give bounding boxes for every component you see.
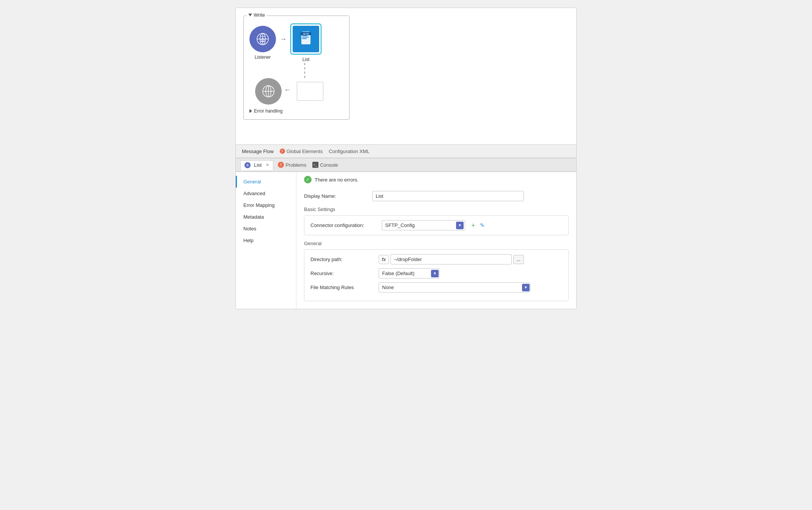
status-bar: ✓ There are no errors. — [304, 172, 569, 187]
gray-icon-circle — [255, 78, 282, 105]
file-matching-select[interactable]: None — [379, 282, 530, 293]
file-matching-label: File Matching Rules — [310, 285, 379, 290]
tab-list[interactable]: S List ✕ — [240, 160, 273, 170]
tab-message-flow[interactable]: Message Flow — [240, 149, 275, 154]
directory-path-input[interactable] — [390, 254, 512, 264]
display-name-input[interactable] — [372, 191, 524, 201]
connector-config-label: Connector configuration: — [310, 222, 379, 228]
connector-row: Connector configuration: SFTP_Config ▼ +… — [310, 220, 562, 230]
sidebar-general-label: General — [243, 179, 261, 185]
collapse-icon[interactable] — [248, 14, 252, 16]
list-node[interactable]: SFTP SFTP List — [290, 23, 321, 62]
tab-global-elements-label: Global Elements — [287, 149, 323, 154]
write-group-title: Write — [247, 12, 266, 18]
sidebar-item-notes[interactable]: Notes — [236, 223, 296, 235]
svg-text:SFTP: SFTP — [303, 33, 309, 35]
sidebar-help-label: Help — [243, 238, 254, 243]
dashed-box — [297, 82, 323, 101]
tab-problems-label: Problems — [285, 162, 306, 168]
sidebar-item-metadata[interactable]: Metadata — [236, 211, 296, 223]
gray-globe-svg — [262, 84, 275, 98]
arrow-left-icon: ← — [284, 86, 291, 94]
sidebar-item-general[interactable]: General — [236, 176, 296, 188]
tab-problems[interactable]: ! Problems — [276, 162, 308, 168]
tab-console-label: Console — [320, 162, 338, 168]
second-row: ← — [255, 78, 343, 105]
recursive-row: Recursive: False (Default) True ▼ — [310, 268, 562, 278]
triangle-right-icon — [249, 109, 252, 113]
sidebar-notes-label: Notes — [243, 226, 256, 232]
write-group: Write — [243, 16, 350, 120]
gray-node[interactable] — [255, 78, 282, 105]
connector-select-wrapper: SFTP_Config ▼ — [382, 220, 465, 230]
status-message: There are no errors. — [315, 177, 359, 183]
sftp-list-svg: SFTP SFTP — [298, 31, 314, 47]
dashed-v-line — [291, 63, 305, 78]
main-window: Write — [235, 8, 577, 309]
connector-lines — [249, 63, 343, 78]
list-tab-close[interactable]: ✕ — [266, 163, 269, 167]
canvas-area: Write — [236, 8, 576, 144]
recursive-select-wrapper: False (Default) True ▼ — [379, 268, 439, 278]
general-section-title: General — [304, 241, 569, 246]
fx-button[interactable]: fx — [379, 255, 389, 264]
arrow-right-icon: → — [280, 35, 287, 43]
bottom-panel: General Advanced Error Mapping Metadata … — [236, 172, 576, 309]
recursive-label: Recursive: — [310, 271, 379, 276]
display-name-label: Display Name: — [304, 193, 372, 199]
sidebar-error-mapping-label: Error Mapping — [243, 202, 274, 208]
sidebar-item-error-mapping[interactable]: Error Mapping — [236, 199, 296, 211]
tab-console[interactable]: >_ Console — [311, 162, 340, 168]
directory-path-label: Directory path: — [310, 257, 379, 262]
listener-label: Listener — [255, 55, 271, 60]
basic-settings-box: Connector configuration: SFTP_Config ▼ +… — [304, 215, 569, 235]
global-elements-error-icon: ! — [280, 149, 285, 154]
listener-node[interactable]: Listener — [249, 26, 276, 60]
add-config-button[interactable]: + — [471, 222, 475, 229]
nodes-row: Listener → SFTP — [249, 23, 343, 62]
general-section: Directory path: fx ... Recursive: False … — [304, 249, 569, 301]
tab-message-flow-label: Message Flow — [242, 149, 274, 154]
tab-global-elements[interactable]: ! Global Elements — [278, 149, 324, 154]
tab-configuration-xml-label: Configuration XML — [329, 149, 370, 154]
sidebar-item-help[interactable]: Help — [236, 235, 296, 246]
write-label: Write — [254, 12, 265, 18]
top-tab-bar: Message Flow ! Global Elements Configura… — [236, 144, 576, 158]
sidebar-item-advanced[interactable]: Advanced — [236, 188, 296, 199]
error-handling-label: Error handling — [254, 108, 282, 114]
sidebar-advanced-label: Advanced — [243, 191, 265, 196]
sidebar: General Advanced Error Mapping Metadata … — [236, 172, 296, 309]
list-label: List — [303, 57, 310, 62]
console-tab-icon: >_ — [312, 162, 318, 168]
connector-config-select[interactable]: SFTP_Config — [382, 220, 465, 230]
error-handling[interactable]: Error handling — [249, 108, 343, 114]
display-name-row: Display Name: — [304, 191, 569, 201]
tab-list-label: List — [254, 162, 262, 168]
edit-config-button[interactable]: ✎ — [480, 222, 485, 229]
basic-settings-title: Basic Settings — [304, 207, 569, 212]
file-matching-row: File Matching Rules None ▼ — [310, 282, 562, 293]
bottom-tab-bar: S List ✕ ! Problems >_ Console — [236, 158, 576, 172]
globe-svg — [256, 32, 270, 46]
content-area: ✓ There are no errors. Display Name: Bas… — [296, 172, 576, 309]
svg-rect-5 — [302, 35, 307, 36]
browse-button[interactable]: ... — [513, 255, 524, 264]
listener-icon-circle — [249, 26, 276, 52]
directory-path-row: Directory path: fx ... — [310, 254, 562, 264]
recursive-select[interactable]: False (Default) True — [379, 268, 439, 278]
list-tab-icon: S — [245, 162, 251, 168]
svg-rect-6 — [302, 37, 309, 38]
list-node-selected: SFTP SFTP — [290, 23, 321, 55]
status-check-icon: ✓ — [304, 176, 312, 183]
tab-configuration-xml[interactable]: Configuration XML — [327, 149, 371, 154]
problems-tab-icon: ! — [278, 162, 284, 168]
list-icon-box: SFTP SFTP — [293, 26, 319, 52]
file-matching-select-wrapper: None ▼ — [379, 282, 530, 293]
sidebar-metadata-label: Metadata — [243, 214, 264, 220]
svg-rect-7 — [302, 38, 307, 39]
